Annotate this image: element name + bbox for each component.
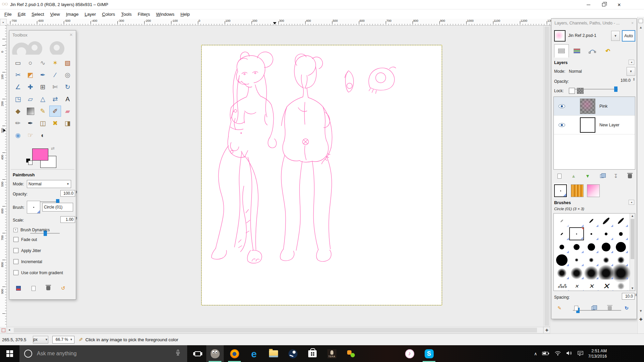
tool-rectangle-select[interactable]: ▭ xyxy=(12,57,24,68)
active-pattern-swatch[interactable] xyxy=(571,184,584,197)
tool-paths[interactable]: ✒ xyxy=(37,69,49,80)
start-button[interactable] xyxy=(0,345,19,362)
tool-shear[interactable]: ▱ xyxy=(24,94,36,105)
tool-flip[interactable]: ⇄ xyxy=(49,94,61,105)
checkbox-fade-out[interactable]: Fade out xyxy=(13,237,37,242)
tool-scale[interactable]: ◳ xyxy=(12,94,24,105)
menu-file[interactable]: File xyxy=(1,10,15,18)
swap-colors-icon[interactable]: ⇄ xyxy=(51,146,55,151)
layer-row-pink[interactable]: Pink xyxy=(554,97,635,116)
taskbar-app-paint-app[interactable] xyxy=(381,345,399,362)
dock-title-bar[interactable]: Layers, Channels, Paths, Undo - ... × xyxy=(551,19,637,27)
active-brush-swatch[interactable] xyxy=(554,184,567,197)
save-options-button[interactable] xyxy=(16,286,21,291)
tool-dodge-burn[interactable]: ◐ xyxy=(37,130,49,141)
scroll-down-arrow[interactable]: ▼ xyxy=(638,309,643,313)
taskbar-app-windows-store[interactable] xyxy=(304,345,321,362)
menu-image[interactable]: Image xyxy=(63,10,82,18)
tool-zoom[interactable]: ◎ xyxy=(62,69,73,80)
opacity-spinner[interactable]: ▲▼ xyxy=(75,190,77,194)
tool-eraser[interactable]: ▰ xyxy=(62,106,73,117)
action-center-icon[interactable] xyxy=(577,351,584,357)
tool-ellipse-select[interactable]: ○ xyxy=(24,57,36,68)
tool-ink[interactable]: ✒ xyxy=(24,118,36,129)
layer-thumbnail[interactable] xyxy=(580,99,595,114)
tool-bucket-fill[interactable]: ◆ xyxy=(12,106,24,117)
minimize-button[interactable] xyxy=(581,0,596,9)
menu-help[interactable]: Help xyxy=(177,10,193,18)
brush-dynamics-expander[interactable]: + Brush Dynamics xyxy=(13,228,50,232)
tool-fuzzy-select[interactable]: ✶ xyxy=(49,57,61,68)
tool-blur-sharpen[interactable]: ◉ xyxy=(12,130,24,141)
horizontal-scroll-thumb[interactable] xyxy=(14,328,537,333)
reset-options-button[interactable]: ↺ xyxy=(61,286,65,291)
layer-visibility-eye-icon[interactable] xyxy=(558,123,565,127)
brush-cell[interactable] xyxy=(554,266,569,280)
layer-row-new-layer[interactable]: New Layer xyxy=(554,116,635,134)
new-brush-button[interactable] xyxy=(571,304,582,312)
spacing-spinner[interactable]: ▲▼ xyxy=(635,293,637,297)
pan-icon[interactable]: ✚ xyxy=(638,317,643,322)
tool-free-select[interactable]: ∿ xyxy=(37,57,49,68)
delete-brush-button[interactable] xyxy=(604,304,615,312)
tool-airbrush[interactable]: ✏ xyxy=(12,118,24,129)
canvas-navigation-button[interactable]: ✚ xyxy=(543,327,550,334)
tool-scissors-select[interactable]: ✂ xyxy=(12,69,24,80)
scroll-up-arrow[interactable]: ▲ xyxy=(638,25,643,29)
taskbar-app-pushbullet[interactable] xyxy=(342,345,360,362)
menu-layer[interactable]: Layer xyxy=(82,10,99,18)
brush-cell[interactable] xyxy=(613,240,628,253)
tool-pencil[interactable]: ✎ xyxy=(37,106,49,117)
canvas-viewport[interactable] xyxy=(7,25,543,327)
tool-align[interactable]: ⊞ xyxy=(37,81,49,93)
brush-cell[interactable] xyxy=(584,227,599,240)
taskbar-app-edge[interactable]: e xyxy=(245,345,263,362)
default-colors-icon[interactable] xyxy=(26,159,30,163)
brush-cell[interactable] xyxy=(569,227,584,240)
brush-cell[interactable] xyxy=(554,240,569,253)
taskbar-app-file-explorer[interactable] xyxy=(265,345,282,362)
menu-select[interactable]: Select xyxy=(29,10,47,18)
edit-brush-button[interactable]: ✎ xyxy=(554,304,565,312)
brush-cell[interactable] xyxy=(613,227,628,240)
delete-layer-button[interactable] xyxy=(625,172,635,180)
active-gradient-swatch[interactable] xyxy=(587,184,600,197)
tool-clone[interactable]: ◫ xyxy=(37,118,49,129)
cortana-search-box[interactable]: Ask me anything xyxy=(19,345,187,362)
brush-cell[interactable] xyxy=(554,253,569,266)
scroll-left-arrow[interactable]: ◂ xyxy=(8,328,10,331)
layers-menu-button[interactable]: ◂ xyxy=(629,60,634,65)
brush-cell[interactable] xyxy=(613,266,628,280)
tab-layers[interactable] xyxy=(554,44,569,58)
tool-text[interactable]: A xyxy=(62,94,73,105)
tool-paintbrush[interactable]: ✐ xyxy=(49,106,61,117)
brush-preview[interactable] xyxy=(27,201,40,214)
new-layer-button[interactable] xyxy=(554,172,565,180)
brush-cell[interactable] xyxy=(584,266,599,280)
volume-icon[interactable] xyxy=(566,351,573,357)
wifi-icon[interactable] xyxy=(554,351,561,357)
taskbar-app-husky-app[interactable] xyxy=(362,345,379,362)
tool-foreground-select[interactable]: ◩ xyxy=(24,69,36,80)
canvas[interactable] xyxy=(201,45,442,305)
brush-cell[interactable] xyxy=(599,214,613,227)
toolbox-close-icon[interactable]: ✕ xyxy=(69,33,73,37)
brush-cell[interactable] xyxy=(554,214,569,227)
foreground-color-swatch[interactable] xyxy=(32,148,48,161)
opacity-value[interactable]: 100.0 xyxy=(60,190,75,197)
horizontal-scrollbar[interactable]: ◂ xyxy=(7,327,543,334)
ruler-origin-button[interactable]: ▸ xyxy=(0,19,7,25)
menu-colors[interactable]: Colors xyxy=(99,10,118,18)
brush-cell[interactable] xyxy=(569,240,584,253)
layer-visibility-eye-icon[interactable] xyxy=(558,104,565,108)
brush-cell[interactable] xyxy=(569,266,584,280)
restore-button[interactable] xyxy=(596,0,611,9)
brush-cell[interactable] xyxy=(599,227,613,240)
brush-cell[interactable] xyxy=(613,214,628,227)
tool-gradient[interactable] xyxy=(24,106,36,117)
menu-tools[interactable]: Tools xyxy=(118,10,135,18)
zoom-select[interactable]: 66.7 %▼ xyxy=(52,336,74,344)
brush-cell[interactable] xyxy=(569,253,584,266)
anchor-layer-button[interactable]: ↧ xyxy=(610,172,621,180)
scale-value[interactable]: 1.00 xyxy=(60,216,75,223)
